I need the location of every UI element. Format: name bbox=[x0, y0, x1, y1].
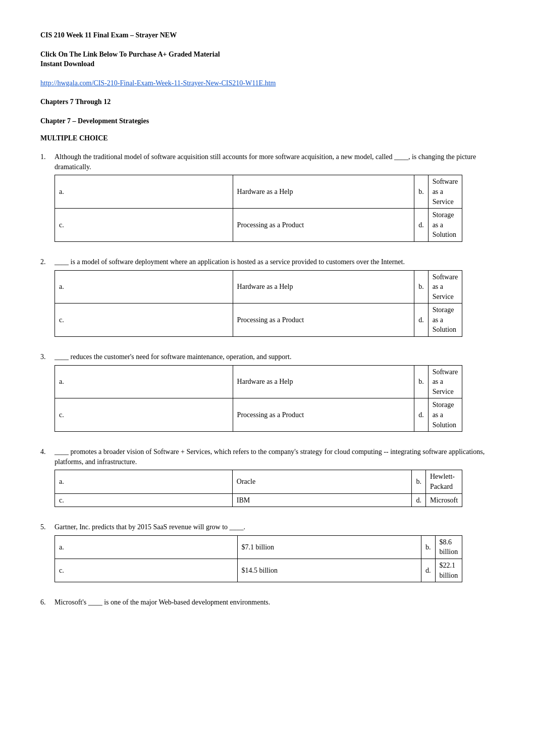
question-text: 2.____ is a model of software deployment… bbox=[40, 257, 494, 267]
question-number: 6. bbox=[40, 597, 50, 608]
answer-letter: c. bbox=[55, 493, 233, 507]
answer-table: a.Hardware as a Helpb.Software as a Serv… bbox=[55, 175, 462, 242]
answer-table: a.$7.1 billionb.$8.6 billionc.$14.5 bill… bbox=[55, 535, 462, 582]
answer-letter: b. bbox=[414, 270, 429, 304]
answer-letter: a. bbox=[55, 270, 233, 304]
answer-text: Processing as a Product bbox=[233, 398, 414, 432]
answer-letter: b. bbox=[414, 365, 429, 398]
answer-letter: a. bbox=[55, 175, 233, 209]
question-block: 6.Microsoft's ____ is one of the major W… bbox=[40, 597, 494, 608]
answer-letter: b. bbox=[414, 175, 429, 209]
answer-text: $8.6 billion bbox=[435, 535, 462, 559]
answer-text: Hardware as a Help bbox=[233, 175, 414, 209]
chapter-heading: Chapter 7 – Development Strategies bbox=[40, 116, 494, 126]
question-text: 6.Microsoft's ____ is one of the major W… bbox=[40, 597, 494, 608]
answer-table: a.Hardware as a Helpb.Software as a Serv… bbox=[55, 365, 462, 432]
answer-letter: a. bbox=[55, 470, 233, 493]
answer-text: Microsoft bbox=[425, 493, 462, 507]
answer-letter: b. bbox=[421, 535, 436, 559]
question-number: 5. bbox=[40, 522, 50, 532]
answer-text: $22.1 billion bbox=[435, 559, 462, 582]
question-text: 5.Gartner, Inc. predicts that by 2015 Sa… bbox=[40, 522, 494, 532]
purchase-line1: Click On The Link Below To Purchase A+ G… bbox=[40, 49, 494, 60]
document-container: CIS 210 Week 11 Final Exam – Strayer NEW… bbox=[40, 30, 494, 608]
link-block[interactable]: http://hwgala.com/CIS-210-Final-Exam-Wee… bbox=[40, 78, 494, 88]
question-body: ____ reduces the customer's need for sof… bbox=[55, 352, 494, 362]
table-row: a.Hardware as a Helpb.Software as a Serv… bbox=[55, 270, 462, 304]
answer-letter: b. bbox=[412, 470, 426, 493]
answer-table: a.Hardware as a Helpb.Software as a Serv… bbox=[55, 270, 462, 337]
answer-letter: d. bbox=[421, 559, 436, 582]
answer-letter: a. bbox=[55, 365, 233, 398]
question-block: 1.Although the traditional model of soft… bbox=[40, 152, 494, 242]
question-text: 3.____ reduces the customer's need for s… bbox=[40, 352, 494, 362]
answer-letter: d. bbox=[414, 304, 429, 337]
question-block: 5.Gartner, Inc. predicts that by 2015 Sa… bbox=[40, 522, 494, 582]
question-block: 3.____ reduces the customer's need for s… bbox=[40, 352, 494, 432]
table-row: a.$7.1 billionb.$8.6 billion bbox=[55, 535, 462, 559]
answer-text: Software as a Service bbox=[428, 270, 462, 304]
question-body: Gartner, Inc. predicts that by 2015 SaaS… bbox=[55, 522, 494, 532]
answer-text: Oracle bbox=[232, 470, 412, 493]
answer-text: Storage as a Solution bbox=[428, 304, 462, 337]
question-body: Microsoft's ____ is one of the major Web… bbox=[55, 597, 494, 608]
answer-letter: d. bbox=[412, 493, 426, 507]
answer-letter: d. bbox=[414, 209, 429, 242]
answer-letter: c. bbox=[55, 209, 233, 242]
answer-text: $14.5 billion bbox=[237, 559, 421, 582]
answer-letter: d. bbox=[414, 398, 429, 432]
answer-text: Hardware as a Help bbox=[233, 365, 414, 398]
table-row: a.Oracleb.Hewlett-Packard bbox=[55, 470, 462, 493]
answer-letter: a. bbox=[55, 535, 238, 559]
question-text: 1.Although the traditional model of soft… bbox=[40, 152, 494, 172]
table-row: c.Processing as a Productd.Storage as a … bbox=[55, 209, 462, 242]
section-heading: MULTIPLE CHOICE bbox=[40, 133, 494, 143]
table-row: c.Processing as a Productd.Storage as a … bbox=[55, 398, 462, 432]
question-body: ____ promotes a broader vision of Softwa… bbox=[55, 447, 494, 467]
question-number: 4. bbox=[40, 447, 50, 467]
question-number: 2. bbox=[40, 257, 50, 267]
answer-letter: c. bbox=[55, 398, 233, 432]
answer-text: Processing as a Product bbox=[233, 209, 414, 242]
question-body: ____ is a model of software deployment w… bbox=[55, 257, 494, 267]
purchase-link[interactable]: http://hwgala.com/CIS-210-Final-Exam-Wee… bbox=[40, 79, 276, 87]
questions-container: 1.Although the traditional model of soft… bbox=[40, 152, 494, 608]
answer-text: Hardware as a Help bbox=[233, 270, 414, 304]
table-row: a.Hardware as a Helpb.Software as a Serv… bbox=[55, 365, 462, 398]
answer-table: a.Oracleb.Hewlett-Packardc.IBMd.Microsof… bbox=[55, 470, 462, 507]
question-block: 4.____ promotes a broader vision of Soft… bbox=[40, 447, 494, 507]
question-block: 2.____ is a model of software deployment… bbox=[40, 257, 494, 337]
question-number: 3. bbox=[40, 352, 50, 362]
purchase-block: Click On The Link Below To Purchase A+ G… bbox=[40, 49, 494, 69]
answer-text: Software as a Service bbox=[428, 365, 462, 398]
answer-text: Storage as a Solution bbox=[428, 398, 462, 432]
document-title: CIS 210 Week 11 Final Exam – Strayer NEW bbox=[40, 30, 494, 40]
question-text: 4.____ promotes a broader vision of Soft… bbox=[40, 447, 494, 467]
answer-letter: c. bbox=[55, 304, 233, 337]
table-row: c.Processing as a Productd.Storage as a … bbox=[55, 304, 462, 337]
answer-text: Processing as a Product bbox=[233, 304, 414, 337]
table-row: c.$14.5 billiond.$22.1 billion bbox=[55, 559, 462, 582]
answer-text: Storage as a Solution bbox=[428, 209, 462, 242]
question-body: Although the traditional model of softwa… bbox=[55, 152, 494, 172]
chapters-range: Chapters 7 Through 12 bbox=[40, 97, 494, 107]
purchase-line2: Instant Download bbox=[40, 59, 494, 69]
table-row: a.Hardware as a Helpb.Software as a Serv… bbox=[55, 175, 462, 209]
question-number: 1. bbox=[40, 152, 50, 172]
answer-text: Hewlett-Packard bbox=[425, 470, 462, 493]
answer-text: Software as a Service bbox=[428, 175, 462, 209]
answer-text: $7.1 billion bbox=[237, 535, 421, 559]
table-row: c.IBMd.Microsoft bbox=[55, 493, 462, 507]
answer-letter: c. bbox=[55, 559, 238, 582]
answer-text: IBM bbox=[232, 493, 412, 507]
